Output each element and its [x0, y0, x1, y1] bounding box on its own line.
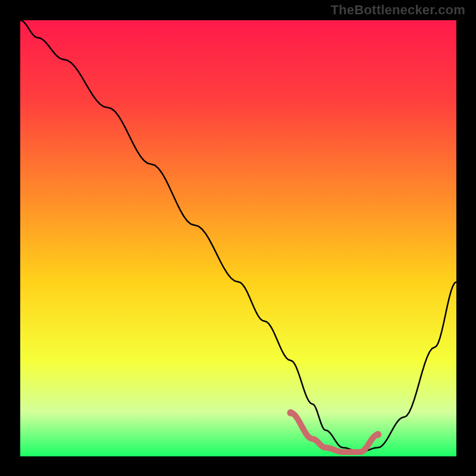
plot-background	[20, 20, 456, 456]
chart-frame: TheBottlenecker.com	[0, 0, 476, 476]
optimal-range-end-dot	[374, 431, 381, 438]
optimal-range-start-dot	[287, 409, 294, 416]
bottleneck-chart	[0, 0, 476, 476]
